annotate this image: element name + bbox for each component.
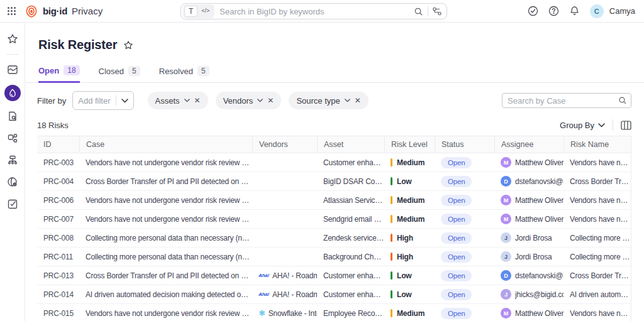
help-icon[interactable] [548,6,560,17]
column-settings-icon[interactable] [621,121,631,130]
table-body: PRC-003 Vendors have not undergone vendo… [37,153,631,321]
cell-risk-level: Low [384,290,435,299]
risk-level-bar [391,177,392,185]
cell-case: AI driven automated decision making dete… [79,290,252,299]
sidebar-divider [6,54,19,55]
cell-assignee: M Matthew Oliver-Ma [494,308,564,318]
table-row[interactable]: PRC-013 Cross Border Transfer of PI and … [37,266,631,285]
column-header-id[interactable]: ID [37,136,79,153]
cell-assignee: M Matthew Oliver-Ma [494,157,564,168]
favorite-star-icon[interactable] [123,40,133,50]
table-row[interactable]: PRC-015 Vendors have not undergone vendo… [37,304,631,321]
chevron-down-icon[interactable] [184,99,190,102]
assignee-avatar: J [501,232,511,243]
dashboard-icon [7,64,18,75]
column-header-risk-level[interactable]: Risk Level [384,136,435,153]
advanced-search-icon[interactable] [433,7,441,16]
column-header-asset[interactable]: Asset [317,136,384,153]
bigid-logo[interactable]: big·id Privacy [25,4,103,18]
cell-id: PRC-008 [37,234,79,242]
sidebar-item-data-objects[interactable] [6,131,19,145]
table-row[interactable]: PRC-007 Vendors have not undergone vendo… [37,210,631,229]
cell-case: Vendors have not undergone vendor risk r… [79,196,252,205]
search-icon[interactable] [414,7,423,16]
tab-resolved[interactable]: Resolved 5 [159,65,209,82]
cell-id: PRC-014 [37,290,79,299]
cell-risk-name: AI driven automated ... [564,290,631,299]
table-row[interactable]: PRC-003 Vendors have not undergone vendo… [37,153,631,172]
cell-asset: Customer enhancem... [317,271,384,280]
table-row[interactable]: PRC-011 Collecting more personal data th… [37,248,631,266]
group-by-dropdown[interactable]: Group By [560,121,605,130]
column-header-status[interactable]: Status [435,136,494,153]
tab-open[interactable]: Open 18 [38,65,80,83]
app-launcher-icon[interactable] [8,7,16,15]
column-header-assignee[interactable]: Assignee [494,136,564,153]
add-filter-dropdown[interactable]: Add filter [72,91,133,110]
assignee-name: Jordi Brosa [515,234,552,242]
table-row[interactable]: PRC-008 Collecting more personal data th… [37,229,631,248]
text-mode-button[interactable]: T [184,6,197,17]
cell-risk-name: Cross Border Transfe... [564,271,631,280]
user-name[interactable]: Camya [609,6,635,16]
tasks-status-icon[interactable] [528,6,539,17]
case-search-input[interactable] [508,96,618,106]
governance-globe-icon [7,177,18,188]
global-search[interactable]: T </> [180,3,447,19]
filter-chip-vendors[interactable]: Vendors ✕ [216,92,282,109]
objects-icon [7,133,18,144]
assignee-avatar: J [501,289,511,300]
risk-level-bar [391,253,392,261]
tab-closed[interactable]: Closed 5 [99,65,140,82]
filter-chip-source-type[interactable]: Source type ✕ [289,92,368,109]
risk-level-label: Low [397,271,411,280]
search-icon[interactable] [618,96,627,105]
table-row[interactable]: PRC-004 Cross Border Transfer of PI and … [37,172,631,191]
assignee-name: Matthew Oliver-Ma [515,196,564,205]
cell-id: PRC-011 [37,253,79,261]
code-mode-button[interactable]: </> [197,6,213,17]
table-row[interactable]: PRC-006 Vendors have not undergone vendo… [37,191,631,210]
vendor-icon: ❄ [258,308,265,318]
cell-id: PRC-003 [37,158,79,167]
cell-vendor: ❄ Snowflake - Interop [252,308,317,318]
status-badge: Open [441,289,472,300]
chevron-down-icon[interactable] [345,99,350,102]
cell-id: PRC-015 [37,309,79,318]
cell-status: Open [435,270,494,281]
sidebar-item-tasks[interactable] [6,197,19,211]
remove-chip-icon[interactable]: ✕ [267,96,274,105]
sidebar-item-risk-register-active[interactable] [4,85,21,101]
cell-risk-level: High [384,253,435,261]
column-header-vendors[interactable]: Vendors [252,136,317,153]
star-icon [7,33,18,45]
sidebar-item-policies[interactable] [6,175,19,189]
cell-risk-name: Vendors have not un... [564,215,631,224]
sidebar-item-favorites[interactable] [6,32,19,46]
column-header-risk-name[interactable]: Risk Name [564,136,631,153]
remove-chip-icon[interactable]: ✕ [194,96,201,105]
cell-case: Vendors have not undergone vendor risk r… [79,215,252,224]
case-search-box[interactable] [502,93,631,108]
risk-level-label: Medium [397,158,425,167]
assignee-name: Matthew Oliver-Ma [515,215,564,224]
table-row[interactable]: PRC-014 AI driven automated decision mak… [37,285,631,304]
top-bar: big·id Privacy T </> [0,0,644,23]
cell-case: Collecting more personal data than neces… [79,253,252,261]
sidebar-item-reports[interactable] [6,109,19,123]
filter-chip-assets[interactable]: Assets ✕ [148,92,208,109]
assignee-avatar: D [501,176,511,187]
notifications-bell-icon[interactable] [569,6,580,17]
cell-assignee: D dstefanovski@bigid [494,176,564,187]
user-avatar[interactable]: C [590,4,604,18]
status-badge: Open [441,251,472,263]
global-search-input[interactable] [219,7,414,16]
chevron-down-icon[interactable] [257,99,263,102]
search-mode-toggle[interactable]: T </> [183,4,214,18]
sidebar-item-data-mapping[interactable] [6,153,19,167]
sidebar-item-dashboard[interactable] [6,63,19,77]
remove-chip-icon[interactable]: ✕ [355,96,361,105]
column-header-case[interactable]: Case [79,136,252,153]
vendor-label: AHA! - Roadmap so [272,271,317,280]
assignee-avatar: M [501,195,511,205]
